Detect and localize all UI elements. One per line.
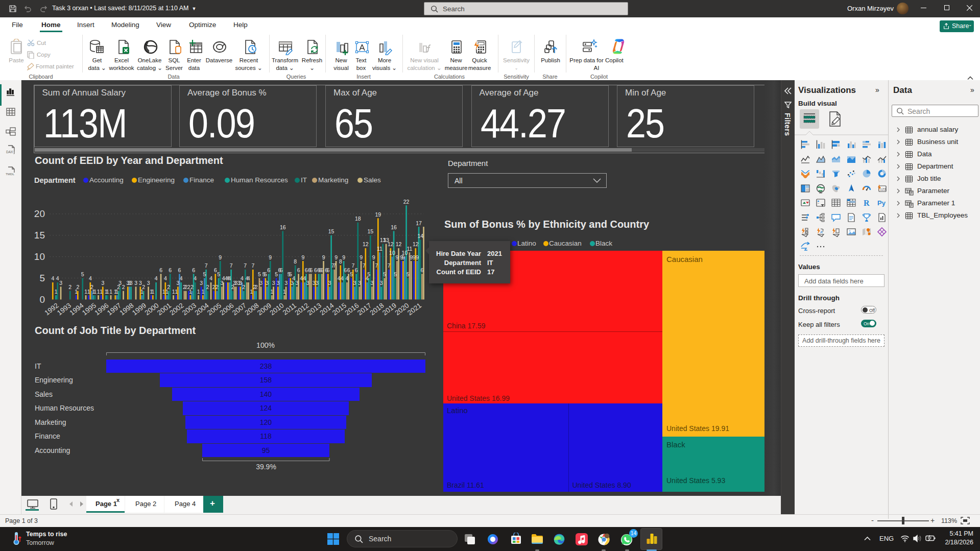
svg-text:11: 11 xyxy=(377,246,383,252)
svg-text:7: 7 xyxy=(375,262,378,269)
svg-text:6: 6 xyxy=(169,267,172,273)
svg-text:2: 2 xyxy=(76,284,79,290)
svg-text:TMDL: TMDL xyxy=(6,172,14,176)
svg-text:1: 1 xyxy=(197,289,200,295)
svg-text:5: 5 xyxy=(203,271,206,277)
svg-text:4: 4 xyxy=(194,275,197,281)
svg-text:123: 123 xyxy=(880,187,886,190)
svg-text:4: 4 xyxy=(155,275,158,281)
svg-text:3: 3 xyxy=(295,280,298,286)
svg-text:3: 3 xyxy=(259,280,262,286)
svg-text:DAX: DAX xyxy=(6,150,13,154)
svg-text:4: 4 xyxy=(247,275,250,281)
svg-text:18: 18 xyxy=(355,215,361,222)
svg-text:5: 5 xyxy=(217,271,220,277)
svg-text:1: 1 xyxy=(175,289,178,295)
svg-text:7: 7 xyxy=(333,262,336,269)
svg-text:6: 6 xyxy=(344,267,347,273)
svg-text:4: 4 xyxy=(209,275,212,281)
svg-text:3: 3 xyxy=(284,280,288,286)
svg-text:3: 3 xyxy=(130,280,133,286)
svg-text:3: 3 xyxy=(147,280,150,286)
svg-text:5: 5 xyxy=(275,271,278,277)
svg-text:3: 3 xyxy=(328,280,331,286)
svg-text:1: 1 xyxy=(283,289,286,295)
svg-text:1: 1 xyxy=(93,289,97,295)
svg-text:7: 7 xyxy=(205,262,208,269)
svg-text:7: 7 xyxy=(363,262,366,269)
svg-text:4: 4 xyxy=(303,275,306,281)
svg-text:9: 9 xyxy=(413,254,416,260)
svg-text:3: 3 xyxy=(59,280,62,286)
svg-text:6: 6 xyxy=(314,267,317,273)
svg-text:2: 2 xyxy=(142,284,145,290)
svg-text:5: 5 xyxy=(407,271,410,277)
svg-text:11: 11 xyxy=(407,246,412,252)
svg-text:9: 9 xyxy=(372,254,375,260)
svg-text:5: 5 xyxy=(39,273,45,283)
svg-text:15: 15 xyxy=(367,228,373,234)
svg-text:9: 9 xyxy=(322,254,325,260)
svg-text:8: 8 xyxy=(339,258,342,265)
svg-text:8: 8 xyxy=(294,258,297,265)
svg-text:9: 9 xyxy=(269,254,272,260)
svg-text:12: 12 xyxy=(363,241,369,247)
svg-text:9: 9 xyxy=(219,254,222,260)
svg-text:6: 6 xyxy=(297,267,300,273)
svg-text:6: 6 xyxy=(192,267,195,273)
svg-text:9: 9 xyxy=(360,254,363,260)
svg-text:12: 12 xyxy=(413,241,419,247)
svg-text:2: 2 xyxy=(122,284,125,290)
svg-text:0: 0 xyxy=(39,294,45,305)
svg-text:6: 6 xyxy=(178,267,181,273)
svg-text:4: 4 xyxy=(164,275,167,281)
svg-text:6: 6 xyxy=(420,267,423,273)
svg-text:1: 1 xyxy=(87,289,90,295)
svg-text:4: 4 xyxy=(292,275,295,281)
svg-text:6: 6 xyxy=(159,267,162,273)
svg-text:14: 14 xyxy=(417,233,423,239)
svg-text:R: R xyxy=(864,199,870,207)
svg-text:1: 1 xyxy=(151,289,154,295)
svg-text:12: 12 xyxy=(396,241,402,247)
svg-text:4: 4 xyxy=(345,275,348,281)
svg-text:2: 2 xyxy=(216,284,219,290)
svg-text:7: 7 xyxy=(388,262,391,269)
svg-text:5: 5 xyxy=(367,271,370,277)
svg-text:4: 4 xyxy=(56,275,59,281)
svg-text:6: 6 xyxy=(267,267,270,273)
svg-text:3: 3 xyxy=(380,280,383,286)
svg-text:2021: 2021 xyxy=(406,301,423,317)
svg-text:2: 2 xyxy=(242,284,245,290)
svg-text:4: 4 xyxy=(51,275,54,281)
svg-text:2: 2 xyxy=(212,284,216,290)
svg-text:1: 1 xyxy=(100,289,103,295)
svg-text:3: 3 xyxy=(316,280,319,286)
svg-text:4: 4 xyxy=(300,275,303,281)
svg-text:7: 7 xyxy=(244,262,247,269)
svg-text:6: 6 xyxy=(320,267,323,273)
svg-text:19: 19 xyxy=(375,211,381,218)
svg-text:5: 5 xyxy=(81,271,84,277)
svg-text:4: 4 xyxy=(241,275,244,281)
svg-text:4: 4 xyxy=(228,275,231,281)
svg-text:10: 10 xyxy=(34,251,45,262)
svg-text:1: 1 xyxy=(162,289,165,295)
svg-text:1: 1 xyxy=(250,289,253,295)
svg-text:12: 12 xyxy=(388,241,394,247)
svg-text:5: 5 xyxy=(289,271,292,277)
svg-text:2: 2 xyxy=(190,284,194,290)
svg-text:5: 5 xyxy=(383,271,386,277)
svg-text:Py: Py xyxy=(877,199,886,207)
svg-text:9: 9 xyxy=(301,254,304,260)
svg-text:3: 3 xyxy=(118,280,122,286)
svg-text:15: 15 xyxy=(34,230,45,241)
svg-text:2: 2 xyxy=(167,284,170,290)
svg-text:5: 5 xyxy=(258,271,261,277)
svg-text:9: 9 xyxy=(342,254,345,260)
svg-text:9: 9 xyxy=(395,254,398,260)
svg-text:16: 16 xyxy=(280,224,286,230)
svg-text:4: 4 xyxy=(180,275,183,281)
svg-text:7: 7 xyxy=(251,262,254,269)
svg-text:1: 1 xyxy=(109,289,112,295)
